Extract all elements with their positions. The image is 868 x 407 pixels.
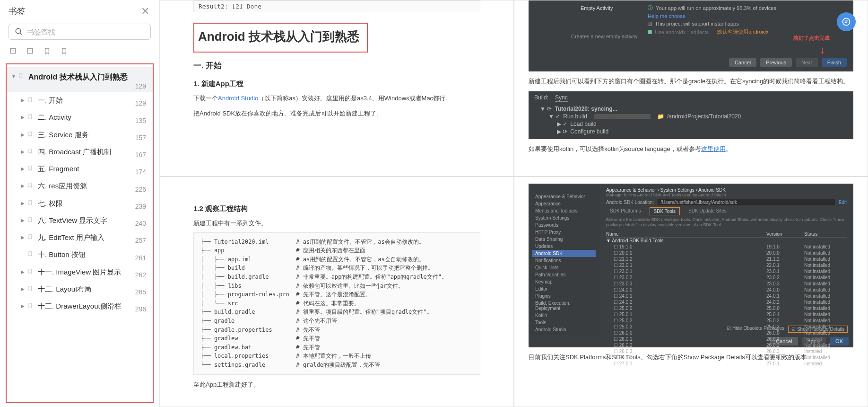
bookmark-icon	[27, 268, 34, 275]
chat-icon	[842, 17, 851, 27]
assistant-fab[interactable]	[837, 12, 856, 31]
tree-item[interactable]: ▶七. 权限239	[7, 195, 153, 212]
chevron-right-icon: ▶	[21, 286, 26, 292]
search-icon	[15, 27, 23, 36]
code-result: Result2: [2] Done	[193, 0, 480, 12]
chevron-right-icon: ▶	[21, 235, 26, 240]
chevron-right-icon: ▶	[21, 115, 26, 120]
bookmark-icon	[27, 251, 34, 257]
tree-item-label: 九. EditText 用户输入	[38, 233, 148, 242]
article-title: Android 技术栈从入门到熟悉	[198, 28, 359, 45]
page-number: 157	[135, 134, 146, 142]
tree-item[interactable]: ▶十一. ImageView 图片显示262	[7, 264, 153, 281]
paragraph: 把Android SDK放在你喜欢的地方。准备完成后可以开始新建工程了。	[193, 108, 480, 119]
chevron-down-icon: ▼	[11, 74, 16, 79]
remove-bookmark-icon[interactable]	[26, 47, 35, 56]
page-number: 265	[135, 288, 146, 296]
paragraph: 新建工程中有一系列文件。	[193, 218, 480, 229]
bookmark-icon	[27, 165, 34, 172]
bookmarks-sidebar: 书签 ✕ ▼ Android 技术栈从入门到熟悉 129 ▶一. 开始129▶二…	[0, 0, 160, 407]
page-number: 174	[135, 168, 146, 176]
bookmark-icon	[27, 302, 34, 309]
kotlin-link[interactable]: 这里使用	[701, 145, 726, 152]
bookmark-icon	[18, 73, 25, 80]
bookmark-icon	[27, 114, 34, 120]
page-number: 257	[135, 237, 146, 244]
finish-button: Finish	[822, 58, 847, 67]
tree-item[interactable]: ▶二. Activity135	[7, 109, 153, 126]
tree-item[interactable]: ▶三. Service 服务157	[7, 126, 153, 143]
page-number: 240	[135, 220, 146, 227]
tree-item[interactable]: ▶八. TextView 显示文字240	[7, 212, 153, 229]
chevron-right-icon: ▶	[21, 303, 26, 309]
search-input[interactable]	[27, 28, 145, 36]
tree-item[interactable]: ▶一. 开始129	[7, 92, 153, 109]
project-tree-code: ├── Tutorial2020.iml # as用到的配置文件。不管它，as会…	[193, 232, 480, 375]
svg-point-7	[843, 18, 850, 26]
paragraph: 至此App工程新建好了。	[193, 380, 480, 390]
page-number: 129	[135, 99, 146, 107]
cancel-button: Cancel	[729, 58, 756, 67]
bookmark-icon	[27, 234, 34, 240]
chevron-right-icon: ▶	[21, 183, 26, 188]
tree-item[interactable]: ▶十二. Layout布局265	[7, 281, 153, 298]
chevron-right-icon: ▶	[21, 149, 26, 154]
new-project-screenshot: Empty Activity ⓘYour app will run on app…	[529, 0, 853, 71]
tree-item-label: 五. Fragment	[38, 164, 148, 174]
bookmark-icon	[27, 182, 34, 189]
page-number: 262	[135, 271, 146, 279]
tree-item-label: 三. Service 服务	[38, 130, 148, 140]
chevron-right-icon: ▶	[21, 97, 26, 103]
heading-1-2: 1.2 观察工程结构	[193, 204, 480, 213]
heading-1: 一. 开始	[193, 60, 480, 71]
tree-item[interactable]: ▶五. Fragment174	[7, 160, 153, 177]
tab-sdk-platforms: SDK Platforms	[606, 207, 645, 215]
android-studio-link[interactable]: Android Studio	[218, 95, 258, 102]
tree-item-label: 八. TextView 显示文字	[38, 216, 148, 225]
bookmark-outline-icon[interactable]	[61, 47, 69, 56]
heading-1-1: 1. 新建App工程	[193, 80, 480, 88]
tree-item[interactable]: ▶四. Broadcast 广播机制167	[7, 143, 153, 160]
page-number: 226	[135, 186, 146, 193]
page-preview-3[interactable]: 1.2 观察工程结构 新建工程中有一系列文件。 ├── Tutorial2020…	[160, 177, 514, 407]
bookmark-tree: ▼ Android 技术栈从入门到熟悉 129 ▶一. 开始129▶二. Act…	[6, 63, 154, 403]
tree-item-label: 二. Activity	[38, 113, 148, 122]
next-button: Next	[796, 58, 818, 67]
close-icon[interactable]: ✕	[139, 6, 151, 17]
page-preview-1[interactable]: Result2: [2] Done Android 技术栈从入门到熟悉 一. 开…	[160, 0, 514, 177]
chevron-right-icon: ▶	[21, 218, 26, 223]
paragraph: 新建工程后我们可以看到下方的窗口有个圈圈在转。那个是gradle在执行。在它sy…	[529, 76, 853, 87]
tree-item-label: 十二. Layout布局	[38, 284, 148, 294]
svg-line-1	[20, 33, 22, 35]
sidebar-toolbar	[0, 44, 159, 62]
bookmark-search[interactable]	[9, 24, 151, 40]
sidebar-title: 书签	[9, 6, 26, 17]
page-number: 167	[135, 151, 146, 159]
bookmark-icon[interactable]	[43, 47, 52, 56]
arrow-down-icon: ↓	[820, 44, 825, 56]
page-number: 261	[135, 254, 146, 262]
page-number: 135	[135, 117, 146, 124]
tree-item-label: 十一. ImageView 图片显示	[38, 267, 148, 277]
paragraph: 下载一个Android Studio（以下简称as）安装好。这里用的是as3.4…	[193, 93, 480, 104]
tree-item[interactable]: ▶六. res应用资源226	[7, 177, 153, 195]
tree-item-label: 十. Button 按钮	[38, 250, 148, 259]
tree-item-label: Android 技术栈从入门到熟悉	[28, 72, 148, 82]
add-bookmark-icon[interactable]	[9, 47, 18, 56]
bookmark-icon	[27, 148, 34, 155]
svg-point-0	[16, 28, 21, 34]
previous-button: Previous	[760, 58, 792, 67]
bookmark-icon	[27, 200, 34, 206]
page-preview-2[interactable]: Empty Activity ⓘYour app will run on app…	[514, 0, 868, 177]
bookmark-icon	[27, 285, 34, 292]
paragraph: 如果要使用kotlin，可以选择kotlin为source language，或…	[529, 144, 853, 154]
tree-item-root[interactable]: ▼ Android 技术栈从入门到熟悉 129	[7, 67, 153, 92]
tree-item[interactable]: 十. Button 按钮261	[7, 246, 153, 263]
page-number: 296	[135, 305, 146, 313]
article-title-box: Android 技术栈从入门到熟悉	[193, 23, 368, 53]
page-preview-4[interactable]: Appearance & BehaviorAppearanceMenus and…	[514, 177, 868, 407]
tree-item-label: 七. 权限	[38, 199, 148, 208]
tree-item[interactable]: ▶九. EditText 用户输入257	[7, 229, 153, 246]
page-number: 129	[135, 82, 146, 90]
tree-item[interactable]: ▶十三. DrawerLayout侧滑栏296	[7, 298, 153, 315]
